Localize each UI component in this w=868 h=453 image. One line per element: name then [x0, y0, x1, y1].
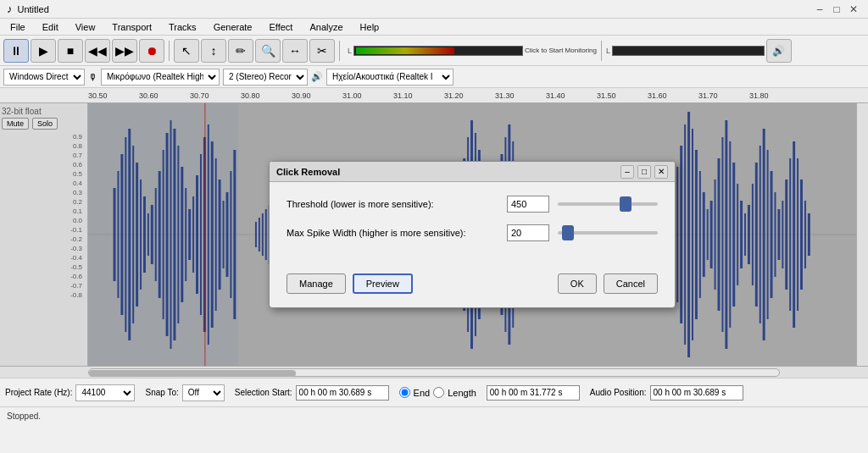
menu-help[interactable]: Help [353, 20, 387, 34]
select-tool[interactable]: ↖ [174, 39, 199, 63]
stop-button[interactable]: ■ [58, 39, 83, 63]
minimize-button[interactable]: – [812, 2, 827, 17]
y-axis: 0.9 0.8 0.7 0.6 0.5 0.4 0.3 0.2 0.1 0.0 … [2, 133, 86, 299]
click-removal-dialog: Click Removal – □ ✕ Threshold (lower is … [269, 161, 676, 308]
tick-9: 31.40 [546, 91, 597, 100]
track-panel: 32-bit float Mute Solo 0.9 0.8 0.7 0.6 0… [0, 103, 88, 366]
dialog-titlebar: Click Removal – □ ✕ [270, 162, 675, 182]
dialog-footer-right: OK Cancel [558, 273, 658, 294]
menu-transport[interactable]: Transport [105, 20, 159, 34]
ok-button[interactable]: OK [558, 273, 597, 294]
tick-1: 30.60 [139, 91, 190, 100]
skip-end-button[interactable]: ▶▶ [112, 39, 137, 63]
end-length-group: End Length [399, 387, 476, 398]
length-radio[interactable] [433, 387, 444, 398]
right-level-meters: L 🔊 [606, 39, 792, 63]
speaker-select[interactable]: Ηχείο/Ακουστικά (Realtek I [326, 69, 453, 86]
audio-pos-input[interactable] [650, 385, 743, 401]
api-select[interactable]: Windows Direct [3, 69, 85, 86]
waveform-area: Click Removal – □ ✕ Threshold (lower is … [88, 103, 856, 366]
modal-overlay: Click Removal – □ ✕ Threshold (lower is … [88, 103, 856, 366]
manage-button[interactable]: Manage [287, 273, 346, 294]
selection-start-field: Selection Start: [235, 385, 389, 401]
tick-7: 31.20 [444, 91, 495, 100]
project-rate-label: Project Rate (Hz): [5, 388, 72, 397]
menu-edit[interactable]: Edit [36, 20, 65, 34]
bottom-bar: Project Rate (Hz): 44100 Snap To: Off Se… [0, 378, 868, 406]
dialog-title-controls: – □ ✕ [620, 165, 668, 179]
scrollbar-track [88, 368, 780, 377]
scrollbar-thumb[interactable] [89, 370, 296, 377]
menu-file[interactable]: File [3, 20, 32, 34]
selection-start-label: Selection Start: [235, 388, 292, 397]
tick-3: 30.80 [241, 91, 292, 100]
preview-button[interactable]: Preview [353, 273, 413, 294]
play-button[interactable]: ▶ [31, 39, 56, 63]
vertical-scrollbar[interactable] [856, 103, 868, 366]
threshold-input[interactable] [507, 196, 549, 213]
menu-effect[interactable]: Effect [263, 20, 300, 34]
length-label: Length [448, 388, 476, 398]
title-controls: – □ ✕ [812, 2, 861, 17]
snap-field: Snap To: Off [145, 384, 224, 401]
multi-tool[interactable]: ✂ [309, 39, 335, 63]
record-button[interactable]: ⏺ [139, 39, 164, 63]
timeshift-tool[interactable]: ↔ [282, 39, 308, 63]
snap-select[interactable]: Off [182, 384, 225, 401]
dialog-close-button[interactable]: ✕ [654, 165, 668, 179]
horizontal-scrollbar[interactable] [0, 366, 868, 378]
threshold-slider-track [558, 202, 658, 206]
tick-4: 30.90 [292, 91, 342, 100]
level-meters: L Click to Start Monitoring [348, 46, 597, 56]
menu-tracks[interactable]: Tracks [162, 20, 203, 34]
dialog-footer-left: Manage Preview [287, 273, 413, 294]
spike-row: Max Spike Width (higher is more sensitiv… [287, 224, 658, 241]
dialog-minimize-button[interactable]: – [620, 165, 634, 179]
tick-8: 31.30 [495, 91, 546, 100]
menu-view[interactable]: View [69, 20, 103, 34]
dialog-maximize-button[interactable]: □ [637, 165, 651, 179]
app-title: Untitled [18, 4, 49, 14]
device-row: Windows Direct 🎙 Μικρόφωνο (Realtek High… [0, 66, 868, 88]
close-button[interactable]: ✕ [846, 2, 861, 17]
end-radio[interactable] [399, 387, 410, 398]
status-text: Stopped. [7, 412, 41, 421]
tick-6: 31.10 [393, 91, 444, 100]
envelope-tool[interactable]: ↕ [201, 39, 226, 63]
pause-button[interactable]: ⏸ [3, 39, 29, 63]
dialog-body: Threshold (lower is more sensitive): Max… [270, 182, 675, 267]
spike-slider-thumb[interactable] [562, 225, 574, 240]
zoom-tool[interactable]: 🔍 [255, 39, 281, 63]
channels-select[interactable]: 2 (Stereo) Recor [223, 69, 308, 86]
spike-input[interactable] [507, 224, 549, 241]
timeline-inner: 30.50 30.60 30.70 30.80 30.90 31.00 31.1… [88, 91, 783, 100]
menu-generate[interactable]: Generate [207, 20, 259, 34]
skip-start-button[interactable]: ◀◀ [85, 39, 110, 63]
app-icon: ♪ [7, 3, 13, 15]
separator3 [601, 41, 602, 61]
cancel-button[interactable]: Cancel [604, 273, 658, 294]
volume-icon[interactable]: 🔊 [766, 39, 792, 63]
threshold-label: Threshold (lower is more sensitive): [287, 199, 498, 209]
threshold-row: Threshold (lower is more sensitive): [287, 196, 658, 213]
main-area: 32-bit float Mute Solo 0.9 0.8 0.7 0.6 0… [0, 103, 868, 366]
tick-2: 30.70 [190, 91, 241, 100]
titlebar: ♪ Untitled – □ ✕ [0, 0, 868, 19]
mute-button[interactable]: Mute [2, 118, 29, 130]
threshold-slider-container [558, 196, 658, 213]
menubar: File Edit View Transport Tracks Generate… [0, 19, 868, 36]
audio-pos-label: Audio Position: [590, 388, 647, 397]
selection-start-input[interactable] [296, 385, 389, 401]
project-rate-select[interactable]: 44100 [75, 384, 135, 401]
separator1 [169, 41, 170, 61]
tick-11: 31.60 [648, 91, 698, 100]
solo-button[interactable]: Solo [32, 118, 58, 130]
draw-tool[interactable]: ✏ [228, 39, 253, 63]
threshold-slider-thumb[interactable] [620, 196, 632, 212]
menu-analyze[interactable]: Analyze [303, 20, 349, 34]
mic-select[interactable]: Μικρόφωνο (Realtek High [101, 69, 220, 86]
end-value-input[interactable] [487, 385, 580, 401]
tick-13: 31.80 [749, 91, 800, 100]
audio-pos-field: Audio Position: [590, 385, 743, 401]
maximize-button[interactable]: □ [829, 2, 844, 17]
